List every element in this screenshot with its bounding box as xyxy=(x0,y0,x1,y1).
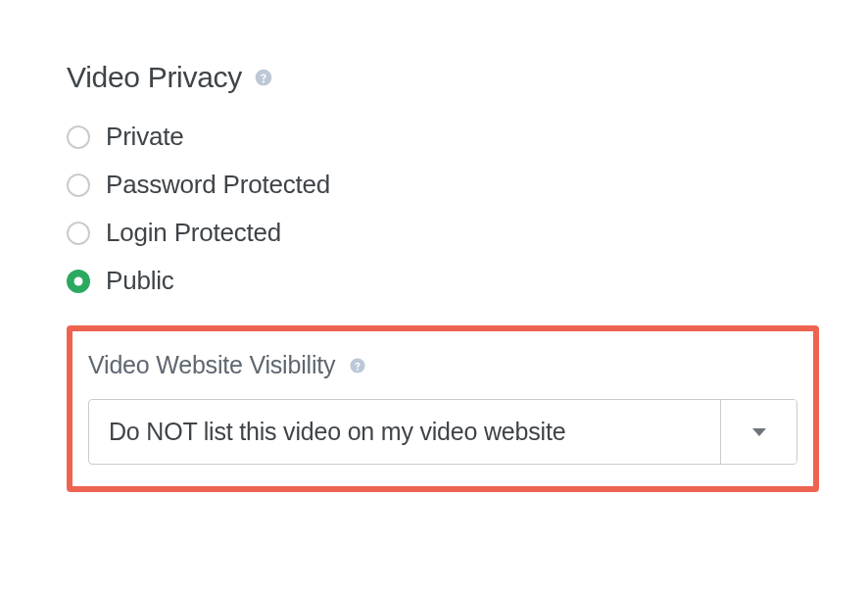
visibility-title: Video Website Visibility xyxy=(88,351,335,379)
radio-circle xyxy=(67,125,90,149)
help-icon[interactable] xyxy=(349,357,366,374)
privacy-radio-group: Private Password Protected Login Protect… xyxy=(67,122,819,296)
radio-label: Public xyxy=(106,266,174,296)
radio-public[interactable]: Public xyxy=(67,266,819,296)
visibility-section: Video Website Visibility Do NOT list thi… xyxy=(67,325,819,492)
visibility-dropdown[interactable]: Do NOT list this video on my video websi… xyxy=(88,399,797,465)
chevron-down-icon xyxy=(752,428,766,436)
dropdown-toggle[interactable] xyxy=(720,400,796,464)
radio-password-protected[interactable]: Password Protected xyxy=(67,170,819,200)
help-icon[interactable] xyxy=(254,68,273,87)
radio-private[interactable]: Private xyxy=(67,122,819,152)
radio-label: Private xyxy=(106,122,184,152)
radio-label: Password Protected xyxy=(106,170,330,200)
radio-circle xyxy=(67,222,90,245)
radio-circle xyxy=(67,174,90,197)
radio-login-protected[interactable]: Login Protected xyxy=(67,218,819,248)
radio-label: Login Protected xyxy=(106,218,281,248)
radio-circle xyxy=(67,270,90,293)
visibility-heading: Video Website Visibility xyxy=(88,351,797,379)
dropdown-selected-value: Do NOT list this video on my video websi… xyxy=(89,400,720,464)
video-privacy-title: Video Privacy xyxy=(67,61,242,94)
video-privacy-heading: Video Privacy xyxy=(67,61,819,94)
